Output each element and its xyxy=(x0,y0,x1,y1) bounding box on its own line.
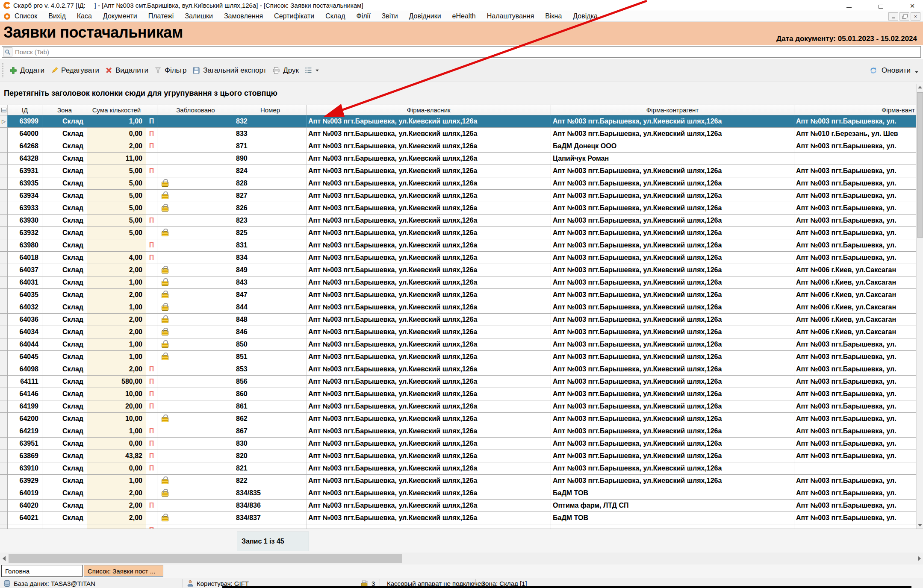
table-row[interactable]: 64199Склад20,00П861Апт №003 пгт.Барышевк… xyxy=(0,400,916,413)
menu-item-ehealth[interactable]: eHealth xyxy=(452,12,476,20)
table-row[interactable]: 64000Склад0,00П833Апт №003 пгт.Барышевка… xyxy=(0,128,916,140)
minimize-button[interactable] xyxy=(844,1,854,10)
edit-button[interactable]: Редагувати xyxy=(50,66,99,75)
scroll-up-icon[interactable] xyxy=(917,84,923,91)
menu-item-вихід[interactable]: Вихід xyxy=(48,12,66,20)
cell-number: 849 xyxy=(234,264,307,276)
column-header-locked[interactable]: Заблоковано xyxy=(157,105,234,115)
scroll-left-icon[interactable] xyxy=(0,553,8,564)
table-row[interactable]: 64146Склад10,00П860Апт №003 пгт.Барышевк… xyxy=(0,388,916,400)
table-row[interactable]: 64032Склад1,00844Апт №003 пгт.Барышевка,… xyxy=(0,301,916,314)
cell-consignee: Апт №006 г.Киев, ул.Саксаган xyxy=(794,326,916,338)
column-header-qty[interactable]: Сума кількостей xyxy=(87,105,146,115)
search-box[interactable] xyxy=(2,46,921,58)
print-settings-button[interactable] xyxy=(305,67,319,74)
table-row[interactable]: 64021Склад2,00834/837Апт №003 пгт.Барыше… xyxy=(0,512,916,524)
filter-button[interactable]: Фільтр xyxy=(154,66,186,75)
menu-item-платежі[interactable]: Платежі xyxy=(148,12,174,20)
table-row[interactable]: 64219Склад1,00П867Апт №003 пгт.Барышевка… xyxy=(0,425,916,438)
cell-id: 64020 xyxy=(8,500,42,512)
table-row[interactable]: 64031Склад1,00843Апт №003 пгт.Барышевка,… xyxy=(0,276,916,289)
table-row[interactable]: 63929Склад1,00822Апт №003 пгт.Барышевка,… xyxy=(0,475,916,487)
cell-consignee: Апт №003 пгт.Барышевка, ул. xyxy=(794,500,916,512)
cell-consignee: Апт №003 пгт.Барышевка, ул. xyxy=(794,190,916,202)
vertical-scrollbar-thumb[interactable] xyxy=(917,92,923,238)
mdi-restore-button[interactable] xyxy=(899,12,909,21)
table-row[interactable]: П xyxy=(0,524,916,529)
cell-number: 833 xyxy=(234,128,307,140)
menu-item-довідка[interactable]: Довідка xyxy=(573,12,598,20)
table-row[interactable]: 64268Склад2,00П871Апт №003 пгт.Барышевка… xyxy=(0,140,916,153)
menu-item-склад[interactable]: Склад xyxy=(325,12,345,20)
tab-supplier-requests[interactable]: Список: Заявки пост ... xyxy=(84,565,163,577)
restore-button[interactable] xyxy=(876,1,885,10)
table-row[interactable]: 64037Склад2,00849Апт №003 пгт.Барышевка,… xyxy=(0,264,916,276)
menu-item-довідники[interactable]: Довідники xyxy=(409,12,441,20)
table-row[interactable]: 64035Склад2,00847Апт №003 пгт.Барышевка,… xyxy=(0,289,916,301)
table-row[interactable]: 64328Склад11,00890Апт №003 пгт.Барышевка… xyxy=(0,153,916,165)
menu-item-налаштування[interactable]: Налаштування xyxy=(487,12,534,20)
table-row[interactable]: ▷63999Склад1,00П832Апт №003 пгт.Барышевк… xyxy=(0,115,916,128)
column-header-owner[interactable]: Фірма-власник xyxy=(307,105,551,115)
cell-qty: 0,00 xyxy=(87,462,146,474)
table-row[interactable]: 64020Склад2,00П834/836Апт №003 пгт.Барыш… xyxy=(0,500,916,512)
table-icon xyxy=(1,108,6,112)
column-header-contragent[interactable]: Фірма-контрагент xyxy=(551,105,794,115)
table-row[interactable]: 64111Склад580,00П856Апт №003 пгт.Барышев… xyxy=(0,376,916,388)
table-row[interactable]: 64018Склад4,00П834Апт №003 пгт.Барышевка… xyxy=(0,252,916,264)
menu-item-каса[interactable]: Каса xyxy=(77,12,92,20)
table-row[interactable]: 64036Склад2,00848Апт №003 пгт.Барышевка,… xyxy=(0,314,916,326)
menu-item-список[interactable]: Список xyxy=(15,12,37,20)
horizontal-scrollbar-thumb[interactable] xyxy=(9,554,402,563)
export-button[interactable]: Загальний експорт xyxy=(192,66,266,75)
table-row[interactable]: 64034Склад2,00846Апт №003 пгт.Барышевка,… xyxy=(0,326,916,338)
table-row[interactable]: 64045Склад1,00851Апт №003 пгт.Барышевка,… xyxy=(0,351,916,363)
table-row[interactable]: 63933Склад5,00826Апт №003 пгт.Барышевка,… xyxy=(0,202,916,215)
row-indicator xyxy=(0,462,8,474)
menu-item-залишки[interactable]: Залишки xyxy=(185,12,213,20)
menu-item-документи[interactable]: Документи xyxy=(103,12,137,20)
refresh-button[interactable]: Оновити xyxy=(869,66,919,75)
cell-flag xyxy=(146,202,157,214)
row-indicator xyxy=(0,450,8,462)
menu-item-звіти[interactable]: Звіти xyxy=(382,12,398,20)
record-counter: Запис 1 із 45 xyxy=(237,532,309,551)
menu-item-сертифікати[interactable]: Сертифікати xyxy=(274,12,314,20)
mdi-minimize-button[interactable] xyxy=(888,12,898,21)
table-row[interactable]: 64200Склад10,00862Апт №003 пгт.Барышевка… xyxy=(0,413,916,425)
table-row[interactable]: 63910Склад0,00П821Апт №003 пгт.Барышевка… xyxy=(0,462,916,475)
close-button[interactable]: × xyxy=(908,1,917,10)
table-row[interactable]: 63869Склад43,82П820Апт №003 пгт.Барышевк… xyxy=(0,450,916,462)
column-header-flag[interactable] xyxy=(146,105,157,115)
group-by-panel[interactable]: Перетягніть заголовок колонки сюди для у… xyxy=(0,82,923,105)
vertical-scrollbar[interactable] xyxy=(916,84,923,529)
table-row[interactable]: 63932Склад5,00825Апт №003 пгт.Барышевка,… xyxy=(0,227,916,239)
column-header-zone[interactable]: Зона xyxy=(42,105,87,115)
tab-main[interactable]: Головна xyxy=(1,565,83,577)
menu-item-філії[interactable]: Філії xyxy=(357,12,371,20)
column-header-number[interactable]: Номер xyxy=(234,105,307,115)
mdi-close-button[interactable]: × xyxy=(911,12,920,21)
table-row[interactable]: 63935Склад5,00828Апт №003 пгт.Барышевка,… xyxy=(0,177,916,190)
menu-item-замовлення[interactable]: Замовлення xyxy=(224,12,263,20)
delete-button[interactable]: Видалити xyxy=(105,66,148,75)
horizontal-scrollbar[interactable] xyxy=(0,553,923,564)
table-row[interactable]: 63951Склад0,00П830Апт №003 пгт.Барышевка… xyxy=(0,438,916,450)
table-row[interactable]: 63930Склад5,00П823Апт №003 пгт.Барышевка… xyxy=(0,215,916,227)
column-header-consignee[interactable]: Фірма-вант xyxy=(794,105,916,115)
table-row[interactable]: 63931Склад5,00П824Апт №003 пгт.Барышевка… xyxy=(0,165,916,177)
toolbar-grip[interactable] xyxy=(2,63,3,78)
menu-item-вікна[interactable]: Вікна xyxy=(545,12,562,20)
scroll-down-icon[interactable] xyxy=(917,522,923,529)
table-row[interactable]: 64044Склад1,00850Апт №003 пгт.Барышевка,… xyxy=(0,338,916,351)
print-button[interactable]: Друк xyxy=(272,66,299,75)
add-button[interactable]: Додати xyxy=(9,66,44,75)
scroll-right-icon[interactable] xyxy=(915,553,923,564)
table-row[interactable]: 63934Склад5,00827Апт №003 пгт.Барышевка,… xyxy=(0,190,916,202)
table-row[interactable]: 63980СкладП831Апт №003 пгт.Барышевка, ул… xyxy=(0,239,916,252)
search-icon[interactable] xyxy=(3,47,12,56)
search-input[interactable] xyxy=(12,48,920,56)
column-header-id[interactable]: ІД xyxy=(8,105,42,115)
table-row[interactable]: 64098Склад2,00П853Апт №003 пгт.Барышевка… xyxy=(0,363,916,376)
table-row[interactable]: 64019Склад2,00834/835Апт №003 пгт.Барыше… xyxy=(0,487,916,500)
